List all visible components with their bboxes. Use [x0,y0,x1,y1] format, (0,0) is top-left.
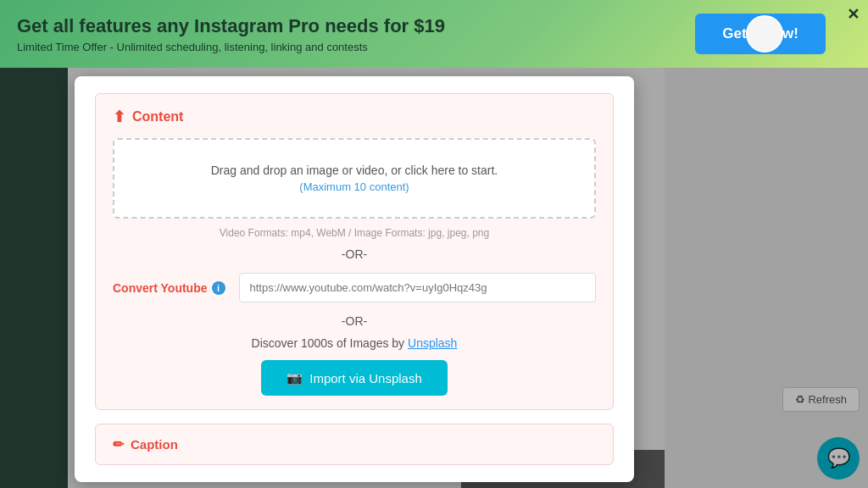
content-header: ⬆ Content [113,108,596,126]
promo-banner: Get all features any Instagram Pro needs… [0,0,868,68]
content-section: ⬆ Content Drag and drop an image or vide… [95,93,614,410]
unsplash-area: Discover 1000s of Images by Unsplash 📷 I… [113,336,596,396]
modal-card: ⬆ Content Drag and drop an image or vide… [75,76,634,482]
promo-text-block: Get all features any Instagram Pro needs… [17,15,695,53]
caption-section: ✏ Caption [95,424,614,465]
unsplash-btn-icon: 📷 [287,370,303,385]
or-divider-1: -OR- [113,247,596,261]
content-label: Content [132,109,183,125]
promo-subtitle: Limited Time Offer - Unlimited schedulin… [17,41,695,53]
drag-drop-area[interactable]: Drag and drop an image or video, or clic… [113,138,596,219]
promo-title: Get all features any Instagram Pro needs… [17,15,695,37]
format-text: Video Formats: mp4, WebM / Image Formats… [113,227,596,239]
youtube-label-text: Convert Youtube [113,281,208,295]
unsplash-discover-text: Discover 1000s of Images by Unsplash [113,336,596,350]
or-divider-2: -OR- [113,314,596,328]
youtube-row: Convert Youtube i [113,273,596,302]
upload-icon: ⬆ [113,108,125,126]
caption-header: ✏ Caption [113,436,596,452]
unsplash-btn-label: Import via Unsplash [309,371,422,385]
caption-label: Caption [131,437,178,452]
youtube-info-icon[interactable]: i [212,281,225,295]
youtube-label: Convert Youtube i [113,281,225,295]
drag-sub-text: (Maximum 10 content) [131,180,577,193]
edit-icon: ✏ [113,436,124,452]
unsplash-link[interactable]: Unsplash [408,336,457,350]
promo-close-button[interactable]: ✕ [847,5,860,24]
import-unsplash-button[interactable]: 📷 Import via Unsplash [261,360,448,396]
unsplash-prefix: Discover 1000s of Images by [252,336,405,350]
youtube-input[interactable] [239,273,597,302]
drag-main-text: Drag and drop an image or video, or clic… [131,164,577,177]
profile-avatar [746,15,783,53]
